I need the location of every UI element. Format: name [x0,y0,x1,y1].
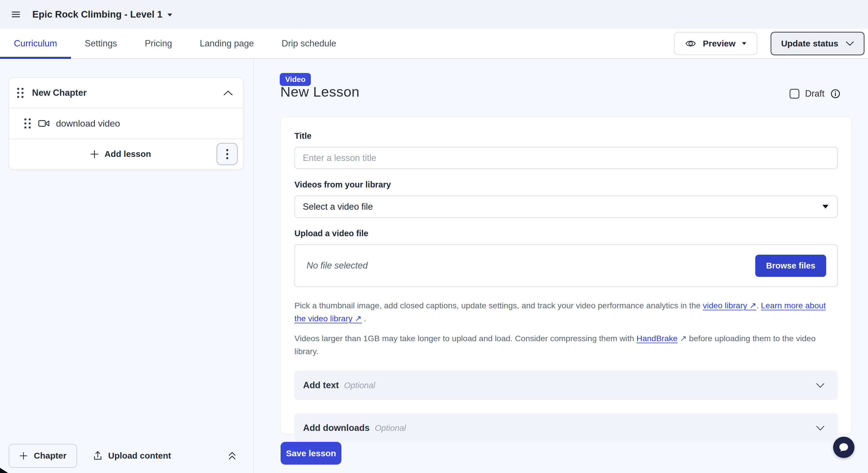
title-label: Title [294,131,838,141]
lesson-editor: Video New Lesson Draft Title Videos from… [254,59,868,473]
library-label: Videos from your library [294,180,838,189]
draft-label: Draft [805,89,825,99]
course-switcher[interactable]: Epic Rock Climbing - Level 1 [32,9,172,20]
caret-down-icon [742,42,746,45]
add-downloads-section[interactable]: Add downloads Optional [294,413,838,443]
add-downloads-label: Add downloads [303,423,370,433]
top-bar: Epic Rock Climbing - Level 1 [0,0,868,29]
tab-pricing[interactable]: Pricing [131,29,186,58]
upload-icon [93,450,103,461]
plus-icon [90,149,99,159]
upload-label: Upload a video file [294,229,838,238]
optional-label: Optional [375,423,406,433]
chapter-title: New Chapter [32,88,87,98]
video-camera-icon [38,119,50,128]
drag-handle-icon[interactable] [17,87,24,98]
hamburger-menu-icon[interactable] [11,9,21,19]
chevron-down-icon [816,426,825,431]
eye-icon [685,38,696,49]
tab-curriculum[interactable]: Curriculum [0,29,71,58]
sidebar-footer: Chapter Upload content [0,440,253,473]
update-status-button[interactable]: Update status [771,32,865,55]
page-title: New Lesson [280,84,360,100]
course-title: Epic Rock Climbing - Level 1 [32,9,162,20]
chapter-menu-button[interactable] [217,143,238,165]
plus-icon [19,451,28,460]
tab-bar-actions: Preview Update status [674,29,868,58]
compression-help-text: Videos larger than 1GB may take longer t… [294,332,838,358]
chevron-down-icon [816,383,825,388]
lesson-title-input[interactable] [294,147,838,169]
chapter-header-row[interactable]: New Chapter [9,78,243,108]
upload-content-button[interactable]: Upload content [93,450,171,461]
collapse-all-button[interactable] [227,450,237,462]
chat-widget-button[interactable] [833,437,855,458]
video-library-help-text: Pick a thumbnail image, add closed capti… [294,299,838,325]
add-lesson-row: Add lesson [9,138,243,169]
tab-landing-page[interactable]: Landing page [186,29,268,58]
kebab-icon [226,148,229,160]
chapter-card: New Chapter download video [9,77,244,169]
curriculum-sidebar: New Chapter download video [0,59,254,473]
draft-checkbox[interactable] [789,89,799,99]
draft-toggle-row: Draft [789,89,841,99]
lesson-title: download video [56,118,120,129]
file-dropzone[interactable]: No file selected Browse files [294,244,838,287]
handbrake-link[interactable]: HandBrake [637,334,678,343]
save-lesson-button[interactable]: Save lesson [281,442,341,465]
add-lesson-button[interactable]: Add lesson [90,149,151,159]
lesson-form-card: Title Videos from your library Select a … [281,117,851,434]
chevron-down-icon [846,41,854,46]
browse-files-button[interactable]: Browse files [755,255,826,277]
chat-icon [838,442,849,453]
video-library-select[interactable]: Select a video file [294,195,838,218]
no-file-text: No file selected [307,260,368,271]
optional-label: Optional [344,381,375,390]
selected-value: Select a video file [303,201,373,212]
tab-settings[interactable]: Settings [71,29,131,58]
caret-down-icon [823,205,829,209]
add-text-section[interactable]: Add text Optional [294,371,838,400]
drag-handle-icon[interactable] [24,118,31,129]
preview-button[interactable]: Preview [674,32,757,55]
add-chapter-button[interactable]: Chapter [9,444,77,468]
add-text-label: Add text [303,380,339,390]
chevron-double-up-icon [227,450,237,462]
video-library-link[interactable]: video library ↗ [703,301,756,310]
lesson-item[interactable]: download video [9,108,243,138]
tab-bar: Curriculum Settings Pricing Landing page… [0,29,868,59]
info-icon[interactable] [830,89,841,99]
tab-drip-schedule[interactable]: Drip schedule [268,29,350,58]
chevron-up-icon[interactable] [223,90,233,95]
caret-down-icon [167,13,172,17]
